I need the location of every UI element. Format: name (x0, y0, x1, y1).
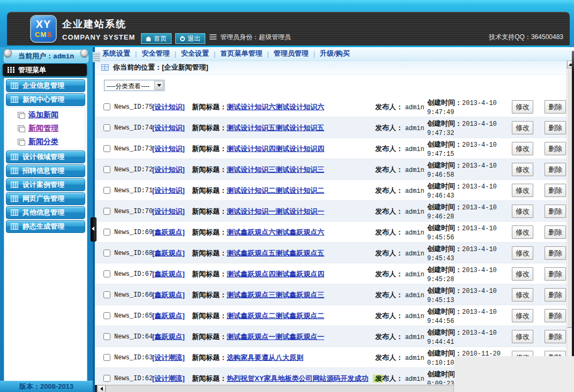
row-checkbox[interactable] (103, 229, 110, 236)
row-checkbox[interactable] (103, 103, 110, 110)
delete-button[interactable]: 删除 (545, 309, 566, 322)
dropdown-arrow-icon[interactable] (154, 81, 163, 90)
news-id: News_ID:75 (114, 103, 153, 111)
sidebar-item-news-manage[interactable]: 新闻管理 (6, 122, 85, 135)
category-link[interactable]: [设计潮流] (152, 374, 185, 383)
table-row: News_ID:68 [鑫跃观点] 新闻标题： 测试鑫跃观点五测试鑫跃观点五 发… (95, 243, 566, 263)
row-checkbox[interactable] (103, 354, 110, 361)
sidebar-item-design-case[interactable]: 设计案例管理 (6, 178, 85, 191)
news-title-link[interactable]: 测试鑫跃观点六测试鑫跃观点六 (227, 228, 324, 237)
delete-button[interactable]: 删除 (545, 100, 566, 114)
sidebar-item-company-info[interactable]: 企业信息管理 (6, 79, 85, 92)
sidebar-item-news-center[interactable]: 新闻中心管理 (6, 93, 85, 106)
module-icon (11, 168, 18, 174)
delete-button[interactable]: 删除 (545, 205, 566, 218)
topmenu-item-home-menu-manage[interactable]: 首页菜单管理 (220, 49, 262, 58)
edit-button[interactable]: 修改 (512, 330, 533, 343)
topmenu-item-security-manage[interactable]: 安全管理 (141, 49, 169, 58)
topmenu-item-security-settings[interactable]: 安全设置 (181, 49, 209, 58)
row-checkbox[interactable] (103, 375, 110, 382)
category-link[interactable]: [鑫跃观点] (152, 228, 185, 237)
news-title-link[interactable]: 测试设计知识四测试设计知识四 (227, 144, 324, 154)
news-title-link[interactable]: 测试鑫跃观点四测试鑫跃观点四 (227, 269, 324, 279)
edit-button[interactable]: 修改 (512, 121, 533, 134)
edit-button[interactable]: 修改 (512, 309, 533, 322)
delete-button[interactable]: 删除 (545, 225, 566, 239)
delete-button[interactable]: 删除 (545, 288, 566, 301)
delete-button[interactable]: 删除 (545, 246, 566, 260)
topmenu-item-upgrade[interactable]: 升级/购买 (320, 49, 350, 58)
sidebar-item-web-ads[interactable]: 网页广告管理 (6, 192, 85, 205)
delete-button[interactable]: 删除 (545, 121, 566, 134)
news-title-link[interactable]: 选购家具要遵从八大原则 (227, 353, 303, 363)
created-cell: 创建时间：2013-4-10 9:45:43 (427, 245, 497, 263)
delete-button[interactable]: 删除 (545, 267, 566, 281)
created-cell: 创建时间：2013-4-10 9:46:58 (427, 161, 497, 179)
row-checkbox[interactable] (103, 208, 110, 215)
edit-button[interactable]: 修改 (512, 100, 533, 114)
edit-button[interactable]: 修改 (512, 205, 533, 218)
row-checkbox[interactable] (103, 250, 110, 257)
row-checkbox[interactable] (103, 166, 110, 173)
category-link[interactable]: [鑫跃观点] (152, 290, 185, 300)
delete-button[interactable]: 删除 (545, 184, 566, 197)
sidebar-item-static-generate[interactable]: 静态生成管理 (6, 220, 85, 233)
category-link[interactable]: [鑫跃观点] (152, 269, 185, 279)
edit-button[interactable]: 修改 (512, 142, 533, 155)
sidebar-collapse-handle[interactable] (91, 217, 96, 242)
publisher-cell: 发布人： admin (375, 374, 424, 383)
delete-button[interactable]: 删除 (545, 142, 566, 155)
category-filter-select[interactable]: ----分类查看---- (104, 80, 165, 91)
news-title-link[interactable]: 测试鑫跃观点五测试鑫跃观点五 (227, 248, 324, 258)
news-title-link[interactable]: 测试鑫跃观点一测试鑫跃观点一 (227, 332, 324, 342)
row-checkbox[interactable] (103, 124, 110, 131)
news-title-link[interactable]: 测试鑫跃观点二测试鑫跃观点二 (227, 311, 324, 321)
category-link[interactable]: [鑫跃观点] (152, 332, 185, 342)
created-time: 9:44:41 (427, 338, 454, 346)
edit-button[interactable]: 修改 (512, 184, 533, 197)
news-title-link[interactable]: 测试鑫跃观点三测试鑫跃观点三 (227, 290, 324, 300)
news-title-link[interactable]: 测试设计知识三测试设计知识三 (227, 165, 324, 175)
category-link[interactable]: [设计知识] (152, 144, 185, 154)
category-link[interactable]: [设计知识] (152, 207, 185, 216)
scrollbar-edge (95, 385, 97, 392)
horizontal-scroll-thumb[interactable] (106, 385, 454, 392)
news-title-link[interactable]: 测试设计知识二测试设计知识二 (227, 186, 324, 195)
row-checkbox[interactable] (103, 187, 110, 194)
edit-button[interactable]: 修改 (512, 163, 533, 176)
category-link[interactable]: [鑫跃观点] (152, 311, 185, 321)
scroll-left-arrow[interactable] (98, 385, 106, 392)
row-checkbox[interactable] (103, 291, 110, 298)
edit-button[interactable]: 修改 (512, 246, 533, 260)
category-link[interactable]: [设计知识] (152, 165, 185, 175)
row-checkbox[interactable] (103, 270, 110, 277)
row-checkbox[interactable] (103, 333, 110, 340)
edit-button[interactable]: 修改 (512, 288, 533, 301)
created-time: 9:47:32 (427, 130, 454, 137)
topmenu-item-system-settings[interactable]: 系统设置 (102, 49, 130, 58)
sidebar-item-news-category[interactable]: 新闻分类 (6, 135, 85, 148)
news-title-link[interactable]: 测试设计知识五测试设计知识五 (227, 123, 324, 133)
publisher-cell: 发布人： admin (375, 102, 424, 112)
category-link[interactable]: [设计知识] (152, 123, 185, 133)
sidebar-item-other-info[interactable]: 其他信息管理 (6, 206, 85, 219)
home-button[interactable]: 首页 (141, 33, 172, 44)
logout-button[interactable]: 退出 (175, 33, 205, 44)
category-link[interactable]: [设计知识] (152, 186, 185, 195)
category-link[interactable]: [设计知识] (152, 102, 185, 112)
edit-button[interactable]: 修改 (512, 225, 533, 239)
category-link[interactable]: [鑫跃观点] (152, 248, 185, 258)
sidebar-item-add-news[interactable]: 添加新闻 (6, 108, 85, 122)
news-title-link[interactable]: 测试设计知识六测试设计知识六 (227, 102, 324, 112)
delete-button[interactable]: 删除 (545, 330, 566, 343)
news-title-link[interactable]: 测试设计知识一测试设计知识一 (227, 207, 324, 216)
topmenu-item-admin-manage[interactable]: 管理员管理 (274, 49, 309, 58)
row-checkbox[interactable] (103, 312, 110, 319)
sidebar-item-recruit[interactable]: 招聘信息管理 (6, 164, 85, 177)
edit-button[interactable]: 修改 (512, 267, 533, 281)
row-checkbox[interactable] (103, 145, 110, 152)
category-link[interactable]: [设计潮流] (152, 353, 185, 363)
news-title-link[interactable]: 热烈祝贺XY家具地板类公司网站源码开发成功 (227, 374, 368, 383)
delete-button[interactable]: 删除 (545, 163, 566, 176)
sidebar-item-design-field[interactable]: 设计领域管理 (6, 150, 85, 163)
